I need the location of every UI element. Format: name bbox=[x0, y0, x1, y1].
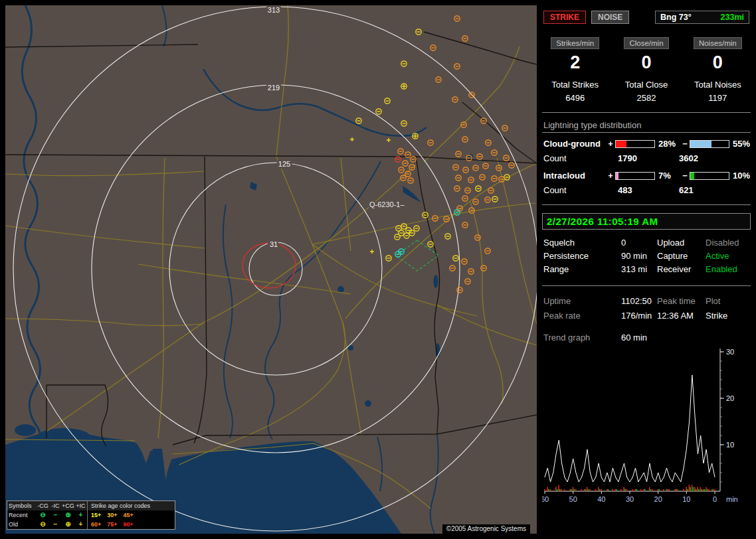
trend-graph: 3020106050403020100min bbox=[542, 346, 749, 506]
cloud-ground-label: Cloud-ground bbox=[543, 139, 606, 149]
ring-label-125: 125 bbox=[278, 160, 290, 168]
close-per-min-chip: Close/min bbox=[624, 37, 668, 49]
distribution-title: Lightning type distribution bbox=[543, 120, 749, 130]
age-code-15: 15+ bbox=[91, 510, 101, 520]
separator bbox=[542, 112, 751, 113]
legend-symbols-header: Symbols bbox=[9, 501, 37, 510]
cg-plus-bar bbox=[615, 140, 655, 148]
ic-count-label: Count bbox=[543, 185, 618, 195]
ring-label-313: 313 bbox=[268, 6, 280, 14]
legend-old-label: Old bbox=[9, 520, 37, 529]
legend-col-neg-ic: -IC bbox=[49, 501, 62, 510]
trend-graph-label: Trend graph bbox=[543, 333, 621, 343]
ic-minus-count: 621 bbox=[679, 185, 753, 195]
datetime-display: 2/27/2026 11:05:19 AM bbox=[542, 213, 751, 230]
total-noises-label: Total Noises bbox=[682, 80, 753, 90]
plot-value: Strike bbox=[706, 309, 749, 323]
trend-x-tick-label: 0 bbox=[713, 495, 717, 503]
peak-time-value: 12:36 AM bbox=[657, 309, 706, 323]
separator bbox=[542, 132, 751, 133]
noises-per-min-chip: Noises/min bbox=[694, 37, 742, 49]
age-code-30: 30+ bbox=[107, 510, 117, 520]
uptime-label: Uptime bbox=[543, 294, 621, 309]
age-code-45: 45+ bbox=[124, 510, 134, 520]
strike-symbol-cp bbox=[413, 133, 418, 139]
cg-plus-count: 1790 bbox=[618, 153, 679, 163]
squelch-label: Squelch bbox=[543, 236, 621, 250]
peak-rate-label: Peak rate bbox=[543, 309, 621, 323]
capture-status: Active bbox=[706, 250, 749, 263]
separator bbox=[542, 285, 751, 286]
persistence-label: Persistence bbox=[543, 250, 621, 263]
recent-pos-cg-icon: ⊕ bbox=[62, 510, 74, 520]
uptime-value: 1102:50 bbox=[621, 294, 657, 309]
bearing-readout: Bng 73° 233mi bbox=[655, 11, 749, 24]
trend-x-unit-label: min bbox=[726, 495, 738, 503]
range-value: 313 mi bbox=[621, 263, 657, 276]
ic-minus-percent: 10% bbox=[729, 171, 753, 181]
trend-x-tick-label: 30 bbox=[626, 495, 634, 503]
ring-label-219: 219 bbox=[268, 84, 280, 92]
legend-col-pos-cg: +CG bbox=[62, 501, 74, 510]
total-strikes-label: Total Strikes bbox=[539, 80, 611, 90]
cloud-ground-row: Cloud-ground + 28% − 55% bbox=[543, 139, 753, 149]
cg-count-label: Count bbox=[543, 153, 618, 163]
peak-time-label: Peak time bbox=[657, 294, 706, 309]
legend-title: Strike age color codes bbox=[87, 501, 173, 510]
ic-plus-percent: 7% bbox=[655, 171, 680, 181]
plus-sign: + bbox=[606, 139, 615, 149]
trend-y-tick-label: 30 bbox=[726, 348, 734, 356]
cg-minus-bar bbox=[690, 140, 729, 148]
recent-neg-cg-icon: ⊖ bbox=[37, 510, 49, 520]
station-label: Q-6230-1– bbox=[369, 200, 405, 208]
strikes-column: Strikes/min 2 Total Strikes 6496 bbox=[539, 37, 611, 103]
intracloud-row: Intracloud + 7% − 10% bbox=[543, 171, 753, 181]
close-per-min-value: 0 bbox=[611, 52, 682, 73]
noise-tab-button[interactable]: NOISE bbox=[591, 11, 629, 24]
side-panel: STRIKE NOISE Bng 73° 233mi Strikes/min 2… bbox=[539, 5, 753, 534]
trend-header: Trend graph 60 min bbox=[543, 333, 749, 343]
bearing-distance: 233mi bbox=[721, 13, 744, 22]
bearing-value: Bng 73° bbox=[660, 13, 692, 22]
copyright-text: ©2005 Astrogenic Systems bbox=[442, 524, 530, 534]
trend-y-tick-label: 10 bbox=[726, 441, 734, 449]
plot-label: Plot bbox=[706, 294, 749, 309]
recent-neg-ic-icon: − bbox=[49, 510, 62, 520]
strike-legend: Symbols -CG -IC +CG +IC Strike age color… bbox=[7, 501, 175, 530]
plus-sign: + bbox=[606, 171, 615, 181]
app-window: { "app": {"copyright": "©2005 Astrogenic… bbox=[0, 0, 756, 539]
cg-minus-percent: 55% bbox=[729, 139, 753, 149]
strike-tab-button[interactable]: STRIKE bbox=[543, 11, 586, 24]
cg-minus-count: 3602 bbox=[679, 153, 753, 163]
receiver-status: Enabled bbox=[706, 263, 749, 276]
uptime-grid: Uptime 1102:50 Peak time Plot Peak rate … bbox=[543, 294, 749, 323]
peak-rate-value: 176/min bbox=[621, 309, 657, 323]
trend-window-value: 60 min bbox=[621, 333, 749, 343]
intracloud-counts: Count 483 621 bbox=[543, 185, 753, 195]
panel-top-bar: STRIKE NOISE Bng 73° 233mi bbox=[539, 5, 753, 24]
strikes-per-min-value: 2 bbox=[539, 52, 611, 73]
trend-x-tick-label: 50 bbox=[569, 495, 577, 503]
ic-plus-bar bbox=[615, 172, 655, 180]
map-canvas: 313 219 125 31 Q-6230-1– bbox=[5, 5, 537, 534]
total-noises-value: 1197 bbox=[682, 93, 753, 103]
noises-per-min-value: 0 bbox=[682, 52, 753, 73]
close-column: Close/min 0 Total Close 2582 bbox=[611, 37, 682, 103]
age-code-60: 60+ bbox=[91, 520, 101, 529]
trend-x-tick-label: 10 bbox=[682, 495, 690, 503]
age-code-90: 90+ bbox=[124, 520, 134, 529]
minus-sign: − bbox=[680, 171, 690, 181]
trend-x-tick-label: 40 bbox=[597, 495, 605, 503]
ic-minus-bar bbox=[690, 172, 729, 180]
ic-plus-count: 483 bbox=[618, 185, 679, 195]
ring-label-31: 31 bbox=[270, 240, 278, 248]
cloud-ground-counts: Count 1790 3602 bbox=[543, 153, 753, 163]
range-label: Range bbox=[543, 263, 621, 276]
recent-pos-ic-icon: + bbox=[74, 510, 87, 520]
upload-label: Upload bbox=[657, 236, 706, 250]
map-view[interactable]: 313 219 125 31 Q-6230-1– Symbols -CG -IC… bbox=[5, 5, 537, 534]
old-pos-cg-icon: ⊕ bbox=[62, 520, 74, 529]
total-strikes-value: 6496 bbox=[539, 93, 611, 103]
legend-col-neg-cg: -CG bbox=[37, 501, 49, 510]
trend-x-tick-label: 20 bbox=[654, 495, 662, 503]
